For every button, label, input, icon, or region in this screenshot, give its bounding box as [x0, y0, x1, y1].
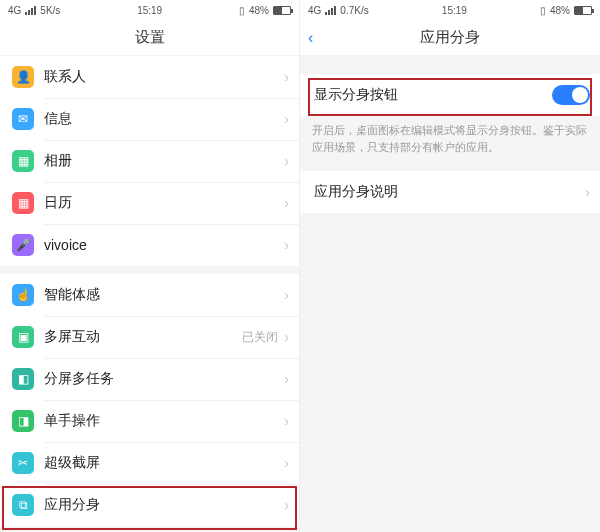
header-left: 设置 — [0, 20, 299, 56]
row-label: 应用分身说明 — [314, 183, 583, 201]
multiscreen-icon: ▣ — [12, 326, 34, 348]
battery-pct: 48% — [550, 5, 570, 16]
help-group: 应用分身说明 › — [300, 171, 600, 213]
header-right: ‹ 应用分身 — [300, 20, 600, 56]
row-label: 联系人 — [44, 68, 282, 86]
row-vivoice[interactable]: 🎤 vivoice › — [0, 224, 299, 266]
screenshot-icon: ✂ — [12, 452, 34, 474]
row-label: 超级截屏 — [44, 454, 282, 472]
clock: 15:19 — [137, 5, 162, 16]
vivoice-icon: 🎤 — [12, 234, 34, 256]
row-clone-help[interactable]: 应用分身说明 › — [300, 171, 600, 213]
row-label: 显示分身按钮 — [314, 86, 552, 104]
vibrate-icon: ▯ — [540, 5, 546, 16]
statusbar-right: 4G 0.7K/s 15:19 ▯ 48% — [300, 0, 600, 20]
row-messages[interactable]: ✉ 信息 › — [0, 98, 299, 140]
group-personal: 👤 联系人 › ✉ 信息 › ▦ 相册 › ▦ 日历 › — [0, 56, 299, 266]
contacts-icon: 👤 — [12, 66, 34, 88]
row-label: vivoice — [44, 237, 282, 253]
statusbar-right-cluster: ▯ 48% — [239, 5, 291, 16]
phone-app-clone: 4G 0.7K/s 15:19 ▯ 48% ‹ 应用分身 显示分身按钮 开启 — [300, 0, 600, 532]
row-label: 相册 — [44, 152, 282, 170]
settings-list[interactable]: 👤 联系人 › ✉ 信息 › ▦ 相册 › ▦ 日历 › — [0, 56, 299, 532]
net-speed: 0.7K/s — [340, 5, 368, 16]
row-split-task[interactable]: ◧ 分屏多任务 › — [0, 358, 299, 400]
photos-icon: ▦ — [12, 150, 34, 172]
chevron-right-icon: › — [284, 497, 289, 513]
row-show-clone-btn[interactable]: 显示分身按钮 — [300, 74, 600, 116]
messages-icon: ✉ — [12, 108, 34, 130]
row-label: 单手操作 — [44, 412, 282, 430]
row-contacts[interactable]: 👤 联系人 › — [0, 56, 299, 98]
chevron-right-icon: › — [284, 413, 289, 429]
phone-settings: 4G 5K/s 15:19 ▯ 48% 设置 👤 联系人 › — [0, 0, 300, 532]
clock: 15:19 — [442, 5, 467, 16]
toggle-switch[interactable] — [552, 85, 590, 105]
back-button[interactable]: ‹ — [308, 29, 313, 47]
signal-icon — [325, 6, 336, 15]
battery-icon — [574, 6, 592, 15]
chevron-right-icon: › — [284, 371, 289, 387]
row-smart-sense[interactable]: ☝ 智能体感 › — [0, 274, 299, 316]
chevron-right-icon: › — [284, 329, 289, 345]
chevron-right-icon: › — [284, 455, 289, 471]
chevron-right-icon: › — [284, 153, 289, 169]
row-aux: 已关闭 — [242, 329, 278, 346]
page-title: 应用分身 — [420, 28, 480, 47]
app-clone-icon: ⧉ — [12, 494, 34, 516]
row-label: 应用分身 — [44, 496, 282, 514]
row-photos[interactable]: ▦ 相册 › — [0, 140, 299, 182]
chevron-right-icon: › — [284, 195, 289, 211]
row-label: 智能体感 — [44, 286, 282, 304]
vibrate-icon: ▯ — [239, 5, 245, 16]
row-super-shot[interactable]: ✂ 超级截屏 › — [0, 442, 299, 484]
smart-sense-icon: ☝ — [12, 284, 34, 306]
row-label: 日历 — [44, 194, 282, 212]
net-speed: 5K/s — [40, 5, 60, 16]
net-type: 4G — [308, 5, 321, 16]
page-title: 设置 — [135, 28, 165, 47]
calendar-icon: ▦ — [12, 192, 34, 214]
statusbar-left-cluster: 4G 5K/s — [8, 5, 60, 16]
row-label: 信息 — [44, 110, 282, 128]
row-label: 多屏互动 — [44, 328, 242, 346]
chevron-right-icon: › — [284, 237, 289, 253]
two-phone-canvas: 4G 5K/s 15:19 ▯ 48% 设置 👤 联系人 › — [0, 0, 600, 532]
chevron-right-icon: › — [585, 184, 590, 200]
split-task-icon: ◧ — [12, 368, 34, 390]
row-multiscreen[interactable]: ▣ 多屏互动 已关闭 › — [0, 316, 299, 358]
signal-icon — [25, 6, 36, 15]
chevron-right-icon: › — [284, 111, 289, 127]
one-hand-icon: ◨ — [12, 410, 34, 432]
row-calendar[interactable]: ▦ 日历 › — [0, 182, 299, 224]
statusbar-left: 4G 5K/s 15:19 ▯ 48% — [0, 0, 299, 20]
app-clone-content: 显示分身按钮 开启后，桌面图标在编辑模式将显示分身按钮。鉴于实际应用场景，只支持… — [300, 56, 600, 532]
chevron-right-icon: › — [284, 287, 289, 303]
row-one-hand[interactable]: ◨ 单手操作 › — [0, 400, 299, 442]
battery-icon — [273, 6, 291, 15]
net-type: 4G — [8, 5, 21, 16]
toggle-group: 显示分身按钮 — [300, 74, 600, 116]
row-label: 分屏多任务 — [44, 370, 282, 388]
row-app-clone[interactable]: ⧉ 应用分身 › — [0, 484, 299, 526]
battery-pct: 48% — [249, 5, 269, 16]
toggle-desc: 开启后，桌面图标在编辑模式将显示分身按钮。鉴于实际应用场景，只支持部分有帐户的应… — [300, 116, 600, 165]
group-system: ☝ 智能体感 › ▣ 多屏互动 已关闭 › ◧ 分屏多任务 › ◨ 单手 — [0, 274, 299, 526]
chevron-right-icon: › — [284, 69, 289, 85]
statusbar-left-cluster: 4G 0.7K/s — [308, 5, 369, 16]
statusbar-right-cluster: ▯ 48% — [540, 5, 592, 16]
